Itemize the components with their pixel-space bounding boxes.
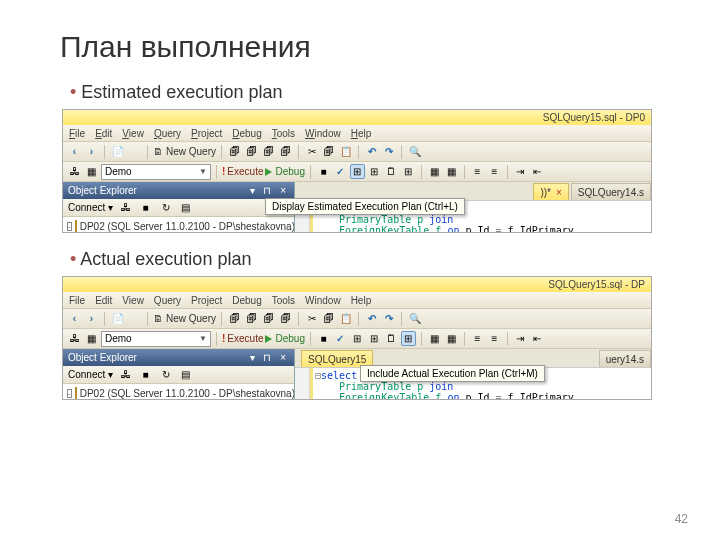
redo-icon[interactable]: ↷ [381, 144, 396, 159]
oe-refresh-icon[interactable]: ↻ [158, 200, 173, 215]
indent-icon[interactable]: ⇥ [513, 331, 528, 346]
cut-icon[interactable]: ✂ [304, 144, 319, 159]
copy-icon[interactable]: 🗐 [321, 311, 336, 326]
database-dropdown[interactable]: Demo▼ [101, 331, 211, 347]
server-node[interactable]: DP02 (SQL Server 11.0.2100 - DP\shestako… [80, 388, 294, 399]
outdent-icon[interactable]: ⇤ [530, 164, 545, 179]
new-icon[interactable]: 📄 [110, 144, 125, 159]
connection-icon[interactable]: 🖧 [67, 331, 82, 346]
oe-icon-a[interactable]: 🖧 [118, 200, 133, 215]
new-icon[interactable]: 📄 [110, 311, 125, 326]
oe-filter-icon[interactable]: ▤ [178, 367, 193, 382]
tool-icon-i[interactable]: ▦ [444, 331, 459, 346]
tool-icon-d[interactable]: 🗐 [278, 144, 293, 159]
uncomment-icon[interactable]: ≡ [487, 164, 502, 179]
outdent-icon[interactable]: ⇤ [530, 331, 545, 346]
menu-query[interactable]: Query [154, 295, 181, 306]
cut-icon[interactable]: ✂ [304, 311, 319, 326]
parse-icon[interactable]: ! [222, 333, 225, 344]
parse-icon[interactable]: ! [222, 166, 225, 177]
fwd-icon[interactable]: › [84, 144, 99, 159]
connection-icon[interactable]: 🖧 [67, 164, 82, 179]
tab-inactive[interactable]: uery14.s [599, 350, 651, 367]
tool-icon-a[interactable]: 🗐 [227, 144, 242, 159]
debug-button[interactable]: Debug [265, 166, 304, 177]
oe-filter-icon[interactable]: ▤ [178, 200, 193, 215]
actual-plan-icon[interactable]: ⊞ [401, 331, 416, 346]
db-change-icon[interactable]: ▦ [84, 331, 99, 346]
tool-icon-d[interactable]: 🗐 [278, 311, 293, 326]
tool-icon-f[interactable]: 🗒 [384, 164, 399, 179]
database-dropdown[interactable]: Demo▼ [101, 164, 211, 180]
menu-edit[interactable]: Edit [95, 128, 112, 139]
tool-icon-i[interactable]: ▦ [444, 164, 459, 179]
oe-icon-a[interactable]: 🖧 [118, 367, 133, 382]
indent-icon[interactable]: ⇥ [513, 164, 528, 179]
tab-inactive[interactable]: SQLQuery14.s [571, 183, 651, 200]
tool-icon-h[interactable]: ▦ [427, 331, 442, 346]
find-icon[interactable]: 🔍 [407, 311, 422, 326]
execute-button[interactable]: Execute [227, 166, 263, 177]
object-tree[interactable]: -DP02 (SQL Server 11.0.2100 - DP\shestak… [63, 217, 294, 233]
oe-icon-b[interactable]: ■ [138, 200, 153, 215]
connect-dropdown[interactable]: Connect ▾ [68, 369, 113, 380]
fwd-icon[interactable]: › [84, 311, 99, 326]
menu-view[interactable]: View [122, 128, 144, 139]
open-icon[interactable] [127, 311, 142, 326]
paste-icon[interactable]: 📋 [338, 311, 353, 326]
menu-window[interactable]: Window [305, 295, 341, 306]
menu-query[interactable]: Query [154, 128, 181, 139]
back-icon[interactable]: ‹ [67, 144, 82, 159]
debug-button[interactable]: Debug [265, 333, 304, 344]
check-icon[interactable]: ✓ [333, 164, 348, 179]
est-plan-icon[interactable]: ⊞ [350, 164, 365, 179]
tool-icon-e[interactable]: ⊞ [367, 331, 382, 346]
menu-help[interactable]: Help [351, 128, 372, 139]
tab-active[interactable]: ))* × [533, 183, 568, 200]
uncomment-icon[interactable]: ≡ [487, 331, 502, 346]
tool-icon-b[interactable]: 🗐 [244, 311, 259, 326]
tool-icon-a[interactable]: 🗐 [227, 311, 242, 326]
oe-icon-b[interactable]: ■ [138, 367, 153, 382]
tool-icon-c[interactable]: 🗐 [261, 311, 276, 326]
menu-bar[interactable]: File Edit View Query Project Debug Tools… [63, 125, 651, 142]
menu-debug[interactable]: Debug [232, 128, 261, 139]
connect-dropdown[interactable]: Connect ▾ [68, 202, 113, 213]
back-icon[interactable]: ‹ [67, 311, 82, 326]
server-node[interactable]: DP02 (SQL Server 11.0.2100 - DP\shestako… [80, 221, 294, 232]
open-icon[interactable] [127, 144, 142, 159]
menu-debug[interactable]: Debug [232, 295, 261, 306]
comment-icon[interactable]: ≡ [470, 331, 485, 346]
menu-window[interactable]: Window [305, 128, 341, 139]
menu-help[interactable]: Help [351, 295, 372, 306]
stop-icon[interactable]: ■ [316, 164, 331, 179]
menu-project[interactable]: Project [191, 295, 222, 306]
db-change-icon[interactable]: ▦ [84, 164, 99, 179]
menu-view[interactable]: View [122, 295, 144, 306]
panel-pins[interactable]: ▾ ⊓ × [250, 352, 289, 363]
paste-icon[interactable]: 📋 [338, 144, 353, 159]
tool-icon-b[interactable]: 🗐 [244, 144, 259, 159]
menu-project[interactable]: Project [191, 128, 222, 139]
check-icon[interactable]: ✓ [333, 331, 348, 346]
copy-icon[interactable]: 🗐 [321, 144, 336, 159]
find-icon[interactable]: 🔍 [407, 144, 422, 159]
execute-button[interactable]: Execute [227, 333, 263, 344]
databases-node[interactable]: Databases [112, 232, 160, 233]
est-plan-icon[interactable]: ⊞ [350, 331, 365, 346]
tool-icon-g[interactable]: ⊞ [401, 164, 416, 179]
undo-icon[interactable]: ↶ [364, 311, 379, 326]
panel-pins[interactable]: ▾ ⊓ × [250, 185, 289, 196]
menu-tools[interactable]: Tools [272, 295, 295, 306]
menu-edit[interactable]: Edit [95, 295, 112, 306]
new-query-button[interactable]: 🗎 New Query [153, 146, 216, 157]
new-query-button[interactable]: 🗎 New Query [153, 313, 216, 324]
databases-node[interactable]: Databases [112, 399, 160, 400]
tool-icon-c[interactable]: 🗐 [261, 144, 276, 159]
oe-refresh-icon[interactable]: ↻ [158, 367, 173, 382]
undo-icon[interactable]: ↶ [364, 144, 379, 159]
menu-tools[interactable]: Tools [272, 128, 295, 139]
tool-icon-e[interactable]: ⊞ [367, 164, 382, 179]
tool-icon-f[interactable]: 🗒 [384, 331, 399, 346]
menu-bar[interactable]: File Edit View Query Project Debug Tools… [63, 292, 651, 309]
